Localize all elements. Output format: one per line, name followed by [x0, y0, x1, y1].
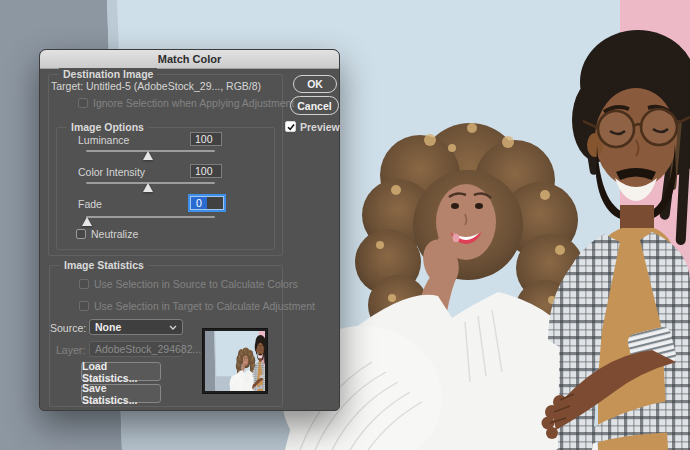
load-statistics-button[interactable]: Load Statistics... [81, 362, 161, 381]
ignore-selection-label: Ignore Selection when Applying Adjustmen… [93, 97, 294, 109]
use-source-label: Use Selection in Source to Calculate Col… [94, 278, 298, 290]
source-dropdown[interactable]: None [89, 319, 183, 335]
image-statistics-legend: Image Statistics [60, 259, 148, 271]
target-value: Untitled-5 (AdobeStock_29..., RGB/8) [86, 80, 261, 92]
fade-slider[interactable] [86, 216, 215, 226]
use-source-checkbox [79, 279, 89, 289]
luminance-label: Luminance [78, 134, 129, 146]
luminance-slider[interactable] [86, 150, 215, 160]
fade-slider-track[interactable] [86, 216, 215, 218]
layer-label: Layer: [56, 344, 85, 356]
dialog-title: Match Color [158, 53, 222, 65]
check-icon [287, 123, 295, 131]
image-options-legend: Image Options [67, 121, 148, 133]
ok-button[interactable]: OK [293, 75, 337, 93]
chevron-down-icon [169, 325, 177, 330]
fade-slider-thumb[interactable] [82, 217, 92, 226]
fade-value-selected: 0 [191, 197, 207, 209]
ok-button-label: OK [307, 78, 323, 90]
dialog-titlebar[interactable]: Match Color [40, 50, 339, 69]
color-intensity-value: 100 [195, 165, 213, 177]
cancel-button[interactable]: Cancel [290, 96, 339, 115]
neutralize-checkbox[interactable] [76, 229, 86, 239]
layer-value: AdobeStock_294682... [95, 343, 201, 355]
color-intensity-label: Color Intensity [78, 166, 145, 178]
color-intensity-input[interactable]: 100 [190, 164, 222, 178]
neutralize-label: Neutralize [91, 228, 138, 240]
load-statistics-label: Load Statistics... [82, 360, 160, 384]
screenshot-stage: Match Color Destination Image Target: Un… [0, 0, 690, 450]
luminance-input[interactable]: 100 [190, 132, 222, 146]
color-intensity-slider-thumb[interactable] [143, 183, 153, 192]
ignore-selection-checkbox [78, 98, 88, 108]
fade-label: Fade [78, 198, 102, 210]
save-statistics-label: Save Statistics... [82, 382, 160, 406]
luminance-value: 100 [195, 133, 213, 145]
cancel-button-label: Cancel [297, 100, 331, 112]
save-statistics-button[interactable]: Save Statistics... [81, 384, 161, 403]
preview-checkbox[interactable] [285, 121, 296, 132]
layer-dropdown: AdobeStock_294682... [89, 341, 183, 357]
preview-label: Preview [300, 121, 340, 133]
source-preview-image [205, 331, 265, 391]
fade-input[interactable]: 0 [190, 196, 224, 210]
use-target-checkbox [79, 301, 89, 311]
source-preview-thumbnail [202, 328, 268, 394]
target-label: Target: [51, 80, 83, 92]
use-target-label: Use Selection in Target to Calculate Adj… [94, 300, 315, 312]
destination-image-legend: Destination Image [59, 68, 157, 80]
source-label: Source: [50, 322, 86, 334]
color-intensity-slider[interactable] [86, 182, 215, 192]
source-value: None [95, 321, 121, 333]
match-color-dialog: Match Color Destination Image Target: Un… [39, 49, 340, 411]
luminance-slider-thumb[interactable] [143, 151, 153, 160]
